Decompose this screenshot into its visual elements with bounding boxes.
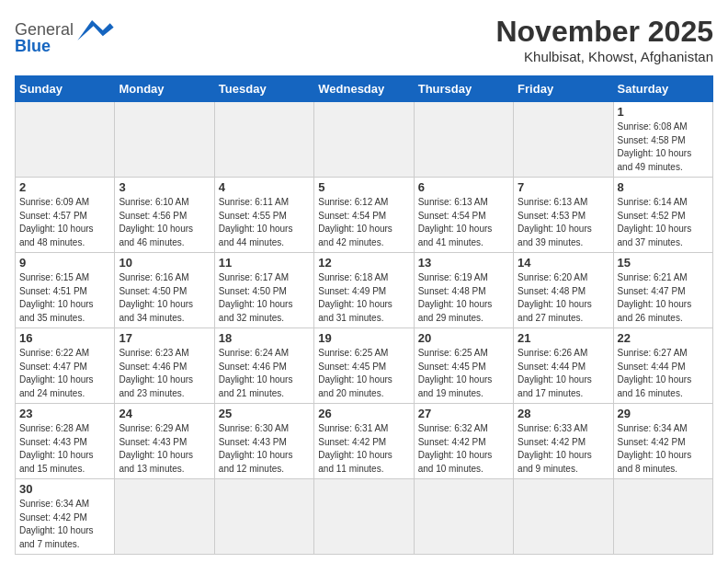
day-cell: 14Sunrise: 6:20 AM Sunset: 4:48 PM Dayli…	[514, 253, 613, 328]
day-info: Sunrise: 6:19 AM Sunset: 4:48 PM Dayligh…	[418, 271, 509, 325]
week-row-5: 23Sunrise: 6:28 AM Sunset: 4:43 PM Dayli…	[16, 404, 713, 479]
svg-marker-0	[77, 20, 113, 40]
header: General Blue November 2025 Khulbisat, Kh…	[15, 15, 713, 64]
day-cell: 4Sunrise: 6:11 AM Sunset: 4:55 PM Daylig…	[214, 178, 313, 253]
day-cell: 16Sunrise: 6:22 AM Sunset: 4:47 PM Dayli…	[16, 328, 115, 404]
day-info: Sunrise: 6:08 AM Sunset: 4:58 PM Dayligh…	[618, 121, 709, 174]
day-info: Sunrise: 6:18 AM Sunset: 4:49 PM Dayligh…	[318, 271, 409, 325]
day-cell: 30Sunrise: 6:34 AM Sunset: 4:42 PM Dayli…	[16, 479, 115, 555]
day-cell: 11Sunrise: 6:17 AM Sunset: 4:50 PM Dayli…	[214, 253, 313, 328]
day-number: 3	[119, 180, 210, 194]
day-info: Sunrise: 6:32 AM Sunset: 4:42 PM Dayligh…	[418, 422, 509, 476]
day-cell	[214, 479, 313, 555]
day-info: Sunrise: 6:20 AM Sunset: 4:48 PM Dayligh…	[518, 271, 609, 325]
day-number: 11	[219, 256, 310, 270]
day-info: Sunrise: 6:33 AM Sunset: 4:42 PM Dayligh…	[518, 422, 609, 476]
day-number: 9	[19, 256, 110, 270]
day-cell: 21Sunrise: 6:26 AM Sunset: 4:44 PM Dayli…	[514, 328, 613, 404]
day-number: 30	[19, 482, 110, 496]
day-cell	[514, 102, 613, 178]
day-info: Sunrise: 6:16 AM Sunset: 4:50 PM Dayligh…	[119, 271, 210, 325]
week-row-3: 9Sunrise: 6:15 AM Sunset: 4:51 PM Daylig…	[16, 253, 713, 328]
day-cell: 15Sunrise: 6:21 AM Sunset: 4:47 PM Dayli…	[613, 253, 712, 328]
day-info: Sunrise: 6:29 AM Sunset: 4:43 PM Dayligh…	[119, 422, 210, 476]
day-cell: 1Sunrise: 6:08 AM Sunset: 4:58 PM Daylig…	[613, 102, 712, 178]
day-number: 1	[618, 105, 709, 119]
week-row-2: 2Sunrise: 6:09 AM Sunset: 4:57 PM Daylig…	[16, 178, 713, 253]
day-info: Sunrise: 6:22 AM Sunset: 4:47 PM Dayligh…	[19, 347, 110, 400]
weekday-monday: Monday	[115, 76, 214, 102]
week-row-1: 1Sunrise: 6:08 AM Sunset: 4:58 PM Daylig…	[16, 102, 713, 178]
day-cell: 20Sunrise: 6:25 AM Sunset: 4:45 PM Dayli…	[414, 328, 513, 404]
day-cell: 8Sunrise: 6:14 AM Sunset: 4:52 PM Daylig…	[613, 178, 712, 253]
day-number: 10	[119, 256, 210, 270]
day-cell	[414, 479, 513, 555]
day-info: Sunrise: 6:10 AM Sunset: 4:56 PM Dayligh…	[119, 196, 210, 249]
day-number: 15	[618, 256, 709, 270]
day-info: Sunrise: 6:23 AM Sunset: 4:46 PM Dayligh…	[119, 347, 210, 400]
day-number: 12	[318, 256, 409, 270]
day-cell	[414, 102, 513, 178]
title-area: November 2025 Khulbisat, Khowst, Afghani…	[495, 15, 713, 64]
day-cell: 7Sunrise: 6:13 AM Sunset: 4:53 PM Daylig…	[514, 178, 613, 253]
day-cell: 28Sunrise: 6:33 AM Sunset: 4:42 PM Dayli…	[514, 404, 613, 479]
weekday-saturday: Saturday	[613, 76, 712, 102]
day-cell: 12Sunrise: 6:18 AM Sunset: 4:49 PM Dayli…	[314, 253, 414, 328]
day-info: Sunrise: 6:12 AM Sunset: 4:54 PM Dayligh…	[318, 196, 409, 249]
day-info: Sunrise: 6:21 AM Sunset: 4:47 PM Dayligh…	[618, 271, 709, 325]
day-cell: 29Sunrise: 6:34 AM Sunset: 4:42 PM Dayli…	[613, 404, 712, 479]
day-info: Sunrise: 6:13 AM Sunset: 4:53 PM Dayligh…	[518, 196, 609, 249]
day-info: Sunrise: 6:25 AM Sunset: 4:45 PM Dayligh…	[418, 347, 509, 400]
day-number: 20	[418, 331, 509, 345]
day-cell	[514, 479, 613, 555]
day-cell	[115, 479, 214, 555]
day-info: Sunrise: 6:11 AM Sunset: 4:55 PM Dayligh…	[219, 196, 310, 249]
day-cell	[314, 479, 414, 555]
day-cell: 23Sunrise: 6:28 AM Sunset: 4:43 PM Dayli…	[16, 404, 115, 479]
day-info: Sunrise: 6:13 AM Sunset: 4:54 PM Dayligh…	[418, 196, 509, 249]
day-info: Sunrise: 6:15 AM Sunset: 4:51 PM Dayligh…	[19, 271, 110, 325]
day-number: 23	[19, 407, 110, 420]
day-info: Sunrise: 6:27 AM Sunset: 4:44 PM Dayligh…	[618, 347, 709, 400]
logo-icon	[77, 20, 114, 40]
day-info: Sunrise: 6:09 AM Sunset: 4:57 PM Dayligh…	[19, 196, 110, 249]
day-info: Sunrise: 6:17 AM Sunset: 4:50 PM Dayligh…	[219, 271, 310, 325]
day-cell: 13Sunrise: 6:19 AM Sunset: 4:48 PM Dayli…	[414, 253, 513, 328]
day-number: 7	[518, 180, 609, 194]
weekday-sunday: Sunday	[16, 76, 115, 102]
day-info: Sunrise: 6:30 AM Sunset: 4:43 PM Dayligh…	[219, 422, 310, 476]
day-number: 6	[418, 180, 509, 194]
day-cell: 22Sunrise: 6:27 AM Sunset: 4:44 PM Dayli…	[613, 328, 712, 404]
day-cell: 10Sunrise: 6:16 AM Sunset: 4:50 PM Dayli…	[115, 253, 214, 328]
day-cell: 25Sunrise: 6:30 AM Sunset: 4:43 PM Dayli…	[214, 404, 313, 479]
day-number: 17	[119, 331, 210, 345]
day-cell: 2Sunrise: 6:09 AM Sunset: 4:57 PM Daylig…	[16, 178, 115, 253]
day-cell	[115, 102, 214, 178]
day-info: Sunrise: 6:24 AM Sunset: 4:46 PM Dayligh…	[219, 347, 310, 400]
day-cell	[16, 102, 115, 178]
day-number: 22	[618, 331, 709, 345]
day-cell: 26Sunrise: 6:31 AM Sunset: 4:42 PM Dayli…	[314, 404, 414, 479]
day-cell: 3Sunrise: 6:10 AM Sunset: 4:56 PM Daylig…	[115, 178, 214, 253]
day-number: 13	[418, 256, 509, 270]
logo: General Blue	[15, 15, 114, 56]
day-number: 14	[518, 256, 609, 270]
day-number: 28	[518, 407, 609, 420]
calendar: SundayMondayTuesdayWednesdayThursdayFrid…	[15, 75, 713, 555]
weekday-header-row: SundayMondayTuesdayWednesdayThursdayFrid…	[16, 76, 713, 102]
day-cell: 5Sunrise: 6:12 AM Sunset: 4:54 PM Daylig…	[314, 178, 414, 253]
day-cell: 17Sunrise: 6:23 AM Sunset: 4:46 PM Dayli…	[115, 328, 214, 404]
day-cell	[613, 479, 712, 555]
weekday-wednesday: Wednesday	[314, 76, 414, 102]
day-number: 19	[318, 331, 409, 345]
day-number: 16	[19, 331, 110, 345]
day-info: Sunrise: 6:34 AM Sunset: 4:42 PM Dayligh…	[19, 498, 110, 551]
day-cell: 27Sunrise: 6:32 AM Sunset: 4:42 PM Dayli…	[414, 404, 513, 479]
day-cell: 19Sunrise: 6:25 AM Sunset: 4:45 PM Dayli…	[314, 328, 414, 404]
location: Khulbisat, Khowst, Afghanistan	[495, 49, 713, 64]
day-number: 21	[518, 331, 609, 345]
day-cell	[314, 102, 414, 178]
day-cell: 6Sunrise: 6:13 AM Sunset: 4:54 PM Daylig…	[414, 178, 513, 253]
day-cell: 9Sunrise: 6:15 AM Sunset: 4:51 PM Daylig…	[16, 253, 115, 328]
day-number: 4	[219, 180, 310, 194]
